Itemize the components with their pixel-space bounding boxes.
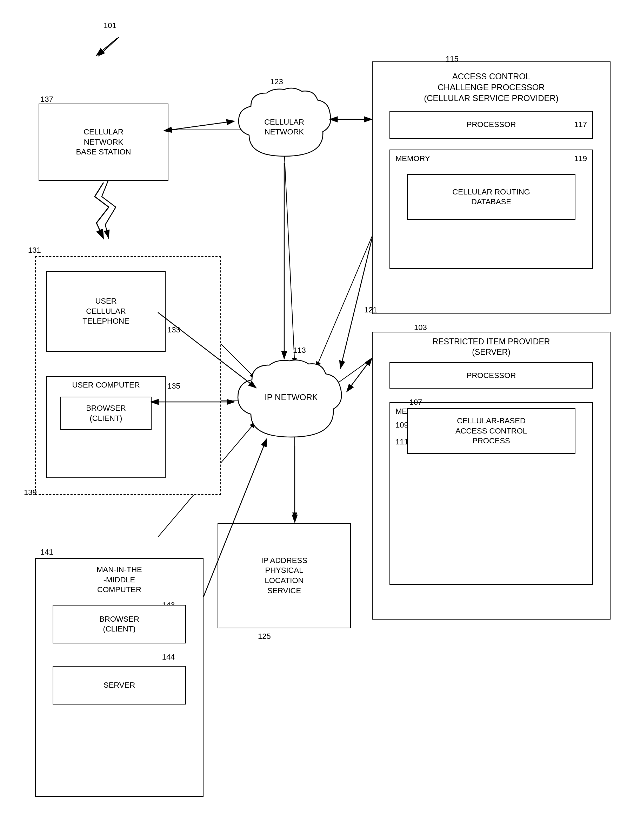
svg-text:NETWORK: NETWORK [264,127,304,136]
user-cellular-telephone-box: USER CELLULAR TELEPHONE [46,271,166,352]
processor-117-box: PROCESSOR 117 [389,111,593,139]
ip-address-location-box: IP ADDRESS PHYSICAL LOCATION SERVICE [218,523,351,628]
cellular-routing-db-box: CELLULAR ROUTING DATABASE [407,174,576,220]
cellular-network-cloud: CELLULAR NETWORK [232,86,337,163]
access-control-label: ACCESS CONTROL CHALLENGE PROCESSOR (CELL… [420,67,562,104]
browser-client-2-label: BROWSER (CLIENT) [99,614,139,634]
server-box: SERVER [53,666,186,704]
ref-123: 123 [270,77,283,87]
ref-137: 137 [40,95,53,104]
ref-103: 103 [414,323,427,332]
memory-119-box: MEMORY 119 CELLULAR ROUTING DATABASE [389,149,593,269]
access-control-box: ACCESS CONTROL CHALLENGE PROCESSOR (CELL… [372,61,611,314]
svg-text:CELLULAR: CELLULAR [264,118,304,127]
ip-network-cloud: IP NETWORK [232,358,351,446]
user-device-group-box: USER CELLULAR TELEPHONE 133 135 USER COM… [35,256,221,495]
cellular-routing-db-label: CELLULAR ROUTING DATABASE [452,187,530,207]
cellular-access-control-box: CELLULAR-BASED ACCESS CONTROL PROCESS [407,408,576,454]
ref-119: 119 [574,154,587,164]
ref-141: 141 [40,548,53,557]
processor-server-label: PROCESSOR [467,371,516,381]
ref-135: 135 [167,382,180,391]
ref-109: 109 [395,420,408,430]
ref-101: 101 [104,21,117,30]
restricted-item-box: RESTRICTED ITEM PROVIDER (SERVER) 105 PR… [372,332,611,620]
ref-144: 144 [162,652,175,662]
processor-117-label: PROCESSOR [467,120,516,130]
ref-125: 125 [258,632,271,641]
cellular-access-control-label: CELLULAR-BASED ACCESS CONTROL PROCESS [456,416,527,446]
diagram: 101 115 ACCESS CONTROL CHALLENGE PROCESS… [0,0,640,840]
browser-client-label: BROWSER (CLIENT) [86,403,126,423]
ref-131: 131 [28,246,41,255]
svg-line-3 [98,37,119,56]
ref-139: 139 [24,488,37,497]
svg-text:IP NETWORK: IP NETWORK [264,393,318,402]
browser-client-box: BROWSER (CLIENT) [60,397,152,430]
ref-111: 111 [395,437,408,447]
cellular-network-base-label: CELLULAR NETWORK BASE STATION [76,127,131,157]
user-computer-label: USER COMPUTER [72,380,140,390]
man-in-middle-box: MAN-IN-THE -MIDDLE COMPUTER 143 BROWSER … [35,558,203,797]
memory-server-box: MEMORY 109 AUTHORIZED USER DATABASE 111 … [389,402,593,585]
server-label: SERVER [104,680,135,691]
memory-119-label: MEMORY [395,154,430,164]
man-in-middle-label: MAN-IN-THE -MIDDLE COMPUTER [96,563,142,598]
svg-line-12 [284,151,295,365]
processor-server-box: PROCESSOR [389,362,593,389]
user-cellular-telephone-label: USER CELLULAR TELEPHONE [82,296,129,327]
restricted-item-label: RESTRICTED ITEM PROVIDER (SERVER) [433,337,550,358]
ref-113: 113 [293,346,306,355]
ref-121: 121 [364,305,377,314]
browser-client-2-box: BROWSER (CLIENT) [53,605,186,643]
ip-address-location-label: IP ADDRESS PHYSICAL LOCATION SERVICE [261,556,307,596]
user-computer-box: USER COMPUTER BROWSER (CLIENT) [46,376,166,478]
ref-133: 133 [167,325,180,335]
cellular-network-base-box: CELLULAR NETWORK BASE STATION [38,104,168,181]
ref-117: 117 [574,120,587,130]
